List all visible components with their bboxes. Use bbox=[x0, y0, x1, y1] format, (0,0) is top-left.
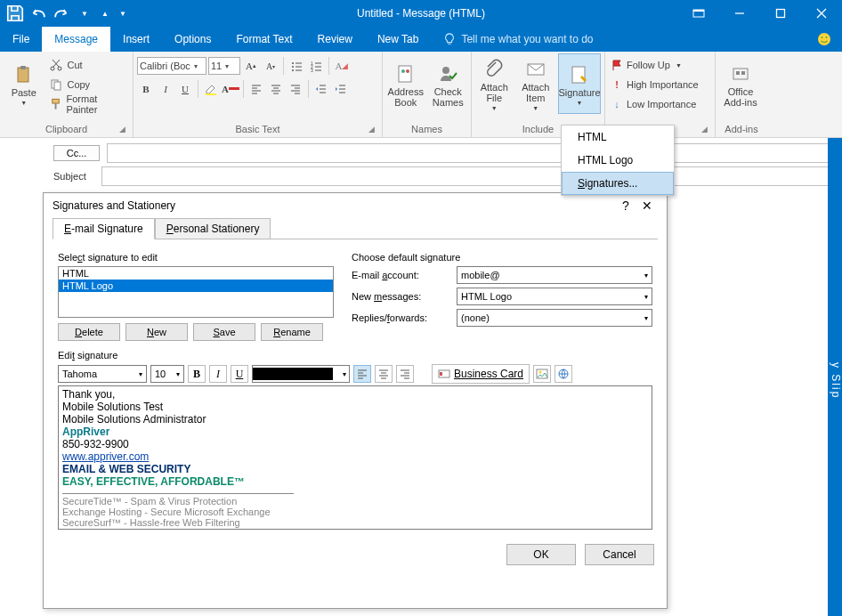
business-card-button[interactable]: Business Card bbox=[432, 364, 530, 384]
redo-icon[interactable] bbox=[52, 4, 71, 23]
cancel-button[interactable]: Cancel bbox=[585, 544, 654, 565]
underline-button[interactable]: U bbox=[176, 80, 194, 98]
sig-color-combo[interactable]: ▾ bbox=[252, 365, 350, 383]
office-addins-button[interactable]: Office Add-ins bbox=[719, 53, 762, 114]
signature-dropdown: HTML HTML Logo Signatures... bbox=[561, 125, 675, 196]
scissors-icon bbox=[49, 58, 63, 72]
sig-italic-button[interactable]: I bbox=[209, 365, 227, 383]
clear-formatting-icon[interactable]: A◢ bbox=[333, 57, 351, 75]
save-icon[interactable] bbox=[5, 4, 25, 23]
svg-point-8 bbox=[826, 36, 828, 38]
paste-button[interactable]: Paste ▼ bbox=[4, 53, 44, 114]
dropdown-item-html[interactable]: HTML bbox=[562, 126, 674, 149]
dialog-help-button[interactable]: ? bbox=[615, 199, 636, 213]
low-importance-button[interactable]: ↓ Low Importance bbox=[609, 94, 700, 114]
qat-nav-down[interactable]: ▼ bbox=[116, 4, 130, 23]
qat-more-icon[interactable]: ▼ bbox=[75, 4, 94, 23]
title-bar: ▼ ▲ ▼ Untitled - Message (HTML) bbox=[0, 0, 842, 27]
svg-rect-17 bbox=[53, 99, 60, 103]
numbering-icon[interactable]: 123 bbox=[307, 57, 325, 75]
list-item[interactable]: HTML Logo bbox=[59, 280, 333, 292]
address-book-button[interactable]: Address Book bbox=[386, 53, 425, 114]
high-importance-button[interactable]: ! High Importance bbox=[609, 75, 700, 94]
increase-indent-icon[interactable] bbox=[332, 80, 350, 98]
font-color-icon[interactable]: A bbox=[222, 80, 239, 98]
sig-size-combo[interactable]: 10▾ bbox=[150, 365, 184, 383]
email-account-combo[interactable]: mobile@▾ bbox=[457, 266, 652, 284]
close-button[interactable] bbox=[801, 0, 842, 27]
check-names-button[interactable]: Check Names bbox=[429, 53, 468, 114]
bold-button[interactable]: B bbox=[137, 80, 155, 98]
align-right-icon[interactable] bbox=[287, 80, 304, 98]
basictext-dialog-launcher[interactable]: ◢ bbox=[366, 125, 376, 135]
insert-picture-icon[interactable] bbox=[533, 365, 551, 383]
cc-button[interactable]: Cc... bbox=[53, 145, 100, 161]
new-messages-label: New messages: bbox=[352, 291, 449, 302]
align-center-icon[interactable] bbox=[267, 80, 285, 98]
tab-format-text[interactable]: Format Text bbox=[223, 27, 304, 52]
qat-nav-up[interactable]: ▲ bbox=[98, 4, 112, 23]
attach-item-button[interactable]: Attach Item▼ bbox=[517, 53, 555, 114]
ribbon-tabs: File Message Insert Options Format Text … bbox=[0, 27, 842, 52]
bullets-icon[interactable] bbox=[287, 57, 305, 75]
tab-insert[interactable]: Insert bbox=[110, 27, 162, 52]
attach-file-button[interactable]: Attach File▼ bbox=[475, 53, 514, 114]
dialog-title: Signatures and Stationery bbox=[53, 199, 175, 212]
grow-font-icon[interactable]: A▴ bbox=[242, 57, 260, 75]
tab-message[interactable]: Message bbox=[42, 27, 110, 52]
format-painter-button[interactable]: Format Painter bbox=[47, 94, 129, 114]
dialog-close-button[interactable]: ✕ bbox=[636, 199, 658, 213]
delete-button[interactable]: Delete bbox=[58, 323, 120, 341]
new-messages-combo[interactable]: HTML Logo▾ bbox=[457, 288, 652, 305]
font-name-combo[interactable]: Calibri (Boc▾ bbox=[137, 57, 206, 75]
highlight-icon[interactable] bbox=[202, 80, 220, 98]
email-account-label: E-mail account: bbox=[352, 270, 449, 280]
tab-new-tab[interactable]: New Tab bbox=[365, 27, 431, 52]
tab-email-signature[interactable]: E-mail Signature bbox=[53, 218, 155, 239]
tab-file[interactable]: File bbox=[0, 27, 42, 52]
minimize-button[interactable] bbox=[719, 0, 760, 27]
rename-button[interactable]: Rename bbox=[261, 323, 323, 341]
signature-edit-area[interactable]: Thank you, Mobile Solutions Test Mobile … bbox=[58, 385, 652, 530]
svg-rect-58 bbox=[741, 71, 745, 75]
cc-field[interactable] bbox=[107, 143, 833, 163]
ribbon-display-icon[interactable] bbox=[678, 0, 719, 27]
tell-me[interactable]: Tell me what you want to do bbox=[431, 27, 605, 52]
sig-bold-button[interactable]: B bbox=[188, 365, 206, 383]
dropdown-item-html-logo[interactable]: HTML Logo bbox=[562, 149, 674, 172]
sig-align-center-icon[interactable] bbox=[375, 365, 393, 383]
tab-review[interactable]: Review bbox=[305, 27, 365, 52]
tab-personal-stationery[interactable]: Personal Stationery bbox=[155, 218, 271, 239]
sig-align-left-icon[interactable] bbox=[353, 365, 371, 383]
align-left-icon[interactable] bbox=[247, 80, 265, 98]
insert-hyperlink-icon[interactable] bbox=[555, 365, 572, 383]
down-arrow-icon: ↓ bbox=[611, 99, 623, 109]
sig-align-right-icon[interactable] bbox=[396, 365, 414, 383]
clipboard-dialog-launcher[interactable]: ◢ bbox=[117, 125, 127, 135]
copy-button[interactable]: Copy bbox=[47, 75, 129, 94]
maximize-button[interactable] bbox=[760, 0, 801, 27]
sig-underline-button[interactable]: U bbox=[231, 365, 248, 383]
svg-point-19 bbox=[292, 62, 294, 64]
decrease-indent-icon[interactable] bbox=[312, 80, 330, 98]
new-button[interactable]: New bbox=[125, 323, 188, 341]
font-size-combo[interactable]: 11▾ bbox=[208, 57, 240, 75]
subject-field[interactable] bbox=[101, 166, 833, 186]
cut-button[interactable]: Cut bbox=[47, 55, 129, 75]
follow-up-button[interactable]: Follow Up▼ bbox=[609, 55, 700, 75]
sig-font-combo[interactable]: Tahoma▾ bbox=[58, 365, 147, 383]
tab-options[interactable]: Options bbox=[162, 27, 223, 52]
feedback-smiley-icon[interactable] bbox=[817, 27, 831, 52]
signature-button[interactable]: Signature▼ bbox=[558, 53, 601, 114]
dropdown-item-signatures[interactable]: Signatures... bbox=[562, 172, 674, 195]
undo-icon[interactable] bbox=[28, 4, 48, 23]
shrink-font-icon[interactable]: A▾ bbox=[262, 57, 279, 75]
save-button[interactable]: Save bbox=[193, 323, 255, 341]
tags-dialog-launcher[interactable]: ◢ bbox=[699, 125, 709, 135]
italic-button[interactable]: I bbox=[157, 80, 174, 98]
list-item[interactable]: HTML bbox=[59, 267, 333, 280]
ok-button[interactable]: OK bbox=[506, 544, 576, 565]
signature-listbox[interactable]: HTML HTML Logo bbox=[58, 266, 334, 318]
replies-forwards-combo[interactable]: (none)▾ bbox=[457, 309, 652, 327]
delivery-slip-pane[interactable]: y Slip bbox=[828, 138, 842, 616]
